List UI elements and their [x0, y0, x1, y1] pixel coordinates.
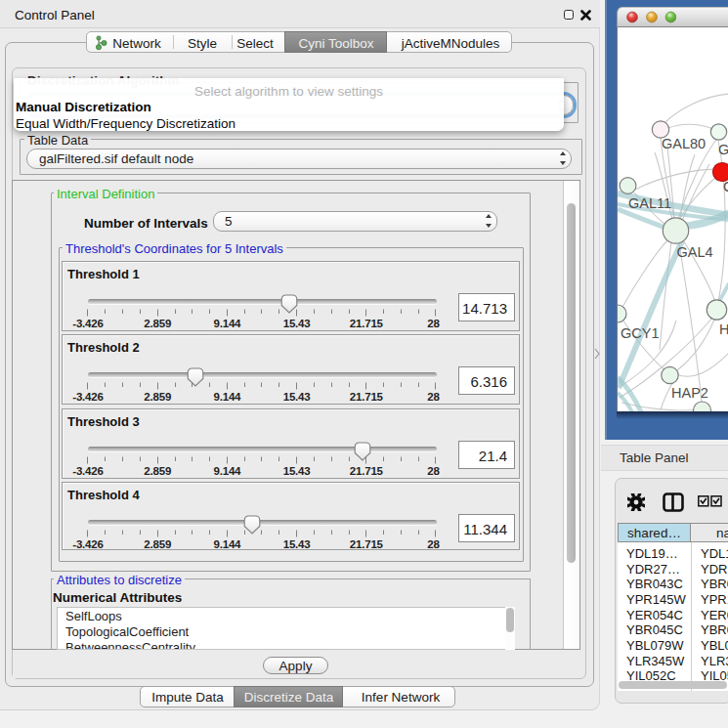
svg-text:GAL80: GAL80 — [662, 136, 706, 151]
svg-text:GAL11: GAL11 — [628, 195, 671, 211]
svg-text:GAL4: GAL4 — [677, 244, 713, 260]
svg-text:GCY1: GCY1 — [621, 325, 660, 341]
svg-text:HAP2: HAP2 — [671, 385, 708, 401]
svg-text:GA: GA — [718, 142, 728, 157]
svg-text:C: C — [723, 179, 728, 194]
svg-text:H: H — [719, 321, 728, 337]
